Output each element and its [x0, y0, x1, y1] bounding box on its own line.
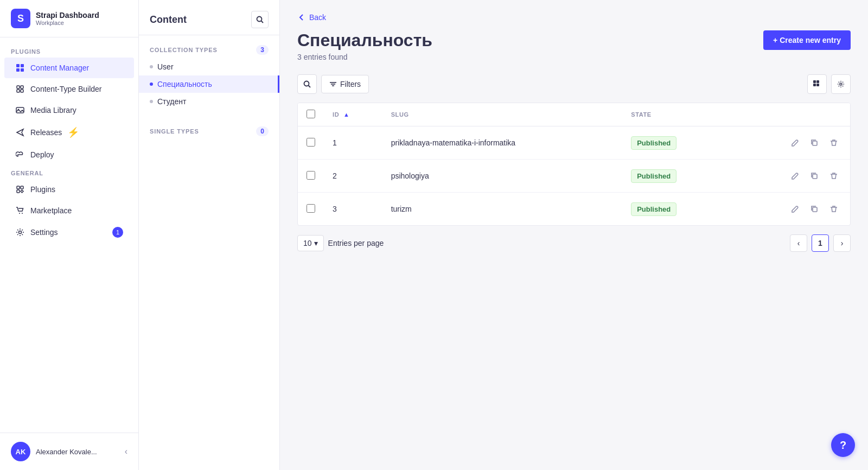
sidebar-item-content-type-builder[interactable]: Content-Type Builder — [4, 79, 134, 99]
plane-icon — [15, 128, 25, 137]
create-new-entry-button[interactable]: + Create new entry — [763, 30, 851, 50]
delete-row-button[interactable] — [826, 168, 841, 183]
svg-rect-7 — [21, 90, 23, 92]
select-all-checkbox[interactable] — [307, 110, 315, 118]
pagination-controls: ‹ 1 › — [790, 234, 851, 252]
sidebar-header: S Strapi Dashboard Workplace — [0, 0, 138, 37]
settings-badge: 1 — [112, 227, 123, 238]
sidebar-item-label: Settings — [30, 228, 58, 237]
edit-icon — [791, 139, 799, 147]
page-title-row: Специальность 3 entries found + Create n… — [297, 30, 851, 61]
view-toggle-button[interactable] — [807, 74, 827, 94]
general-section-label: GENERAL — [0, 166, 138, 179]
published-badge: Published — [631, 202, 676, 216]
entries-table: ID ▲ SLUG STATE 1 prikladnaya-mat — [298, 103, 850, 225]
row-state: Published — [622, 193, 729, 226]
nav-item-specialnost[interactable]: Специальность — [139, 75, 279, 93]
svg-rect-24 — [816, 80, 819, 83]
search-icon — [303, 80, 311, 88]
svg-rect-12 — [17, 190, 20, 193]
entries-table-container: ID ▲ SLUG STATE 1 prikladnaya-mat — [297, 103, 851, 226]
edit-icon — [791, 172, 799, 180]
sidebar-item-settings[interactable]: Settings 1 — [4, 221, 134, 243]
duplicate-row-button[interactable] — [807, 135, 822, 150]
duplicate-row-button[interactable] — [807, 201, 822, 217]
row-id: 3 — [324, 193, 382, 226]
prev-page-button[interactable]: ‹ — [790, 234, 807, 252]
per-page-select: 10 ▾ Entries per page — [297, 235, 384, 251]
back-arrow-icon — [297, 13, 306, 22]
delete-row-button[interactable] — [826, 135, 841, 150]
table-settings-button[interactable] — [831, 74, 851, 94]
back-label: Back — [309, 13, 326, 22]
filters-button[interactable]: Filters — [321, 75, 369, 93]
edit-row-button[interactable] — [787, 135, 802, 150]
svg-point-14 — [22, 213, 23, 214]
svg-point-27 — [840, 83, 842, 85]
row-actions — [738, 201, 841, 217]
help-button[interactable]: ? — [831, 433, 855, 457]
row-checkbox-cell — [298, 160, 324, 193]
edit-icon — [791, 205, 799, 213]
id-column-header[interactable]: ID ▲ — [324, 103, 382, 126]
collection-types-label: COLLECTION TYPES — [150, 47, 218, 53]
trash-icon — [830, 139, 838, 147]
nav-dot — [150, 65, 153, 68]
plugins-section-label: PLUGINS — [0, 44, 138, 57]
delete-row-button[interactable] — [826, 201, 841, 217]
svg-line-19 — [309, 86, 311, 88]
app-name: Strapi Dashboard — [36, 11, 99, 20]
back-link[interactable]: Back — [297, 13, 851, 22]
svg-rect-28 — [813, 141, 817, 145]
toolbar-search-button[interactable] — [297, 74, 317, 94]
current-page: 1 — [812, 234, 829, 252]
sidebar-item-label: Media Library — [30, 106, 76, 115]
sidebar-item-label: Deploy — [30, 150, 54, 159]
row-checkbox[interactable] — [307, 171, 315, 180]
collapse-icon[interactable]: ‹ — [125, 447, 127, 456]
single-types-label: SINGLE TYPES — [150, 128, 199, 135]
collection-types-count: 3 — [256, 45, 269, 55]
sidebar-item-plugins[interactable]: Plugins — [4, 179, 134, 200]
row-checkbox[interactable] — [307, 138, 315, 147]
sidebar-nav: PLUGINS Content Manager Content-Type Bui… — [0, 37, 138, 433]
content-search-button[interactable] — [251, 11, 269, 28]
svg-rect-0 — [16, 64, 20, 67]
select-all-header — [298, 103, 324, 126]
content-panel-title: Content — [150, 14, 187, 26]
sidebar: S Strapi Dashboard Workplace PLUGINS Con… — [0, 0, 139, 470]
edit-row-button[interactable] — [787, 201, 802, 217]
nav-item-label: Специальность — [157, 80, 212, 88]
copy-icon — [810, 172, 818, 180]
svg-rect-23 — [813, 80, 816, 83]
per-page-dropdown[interactable]: 10 ▾ — [297, 235, 324, 251]
nav-item-user[interactable]: User — [139, 58, 279, 75]
sidebar-item-releases[interactable]: Releases ⚡ — [4, 121, 134, 144]
svg-rect-3 — [21, 68, 24, 72]
copy-icon — [810, 205, 818, 213]
sidebar-item-deploy[interactable]: Deploy — [4, 144, 134, 165]
photos-icon — [15, 105, 25, 115]
nav-item-student[interactable]: Студент — [139, 93, 279, 110]
single-types-section: SINGLE TYPES 0 — [139, 117, 279, 146]
svg-rect-30 — [813, 207, 817, 212]
svg-line-17 — [261, 21, 264, 23]
toolbar: Filters — [297, 74, 851, 94]
nav-dot — [150, 82, 153, 86]
next-page-button[interactable]: › — [833, 234, 851, 252]
edit-row-button[interactable] — [787, 168, 802, 183]
puzzle-icon — [15, 84, 25, 94]
page-title: Специальность — [297, 30, 432, 50]
sidebar-item-content-manager[interactable]: Content Manager — [4, 58, 134, 78]
svg-rect-10 — [17, 186, 20, 189]
filters-label: Filters — [340, 80, 361, 88]
sidebar-item-marketplace[interactable]: Marketplace — [4, 200, 134, 221]
svg-rect-1 — [21, 64, 24, 67]
nav-item-label: Студент — [157, 97, 186, 106]
svg-point-13 — [19, 213, 20, 214]
sidebar-item-label: Plugins — [30, 185, 55, 194]
sidebar-item-media-library[interactable]: Media Library — [4, 100, 134, 120]
row-id: 2 — [324, 160, 382, 193]
duplicate-row-button[interactable] — [807, 168, 822, 183]
row-checkbox[interactable] — [307, 204, 315, 213]
